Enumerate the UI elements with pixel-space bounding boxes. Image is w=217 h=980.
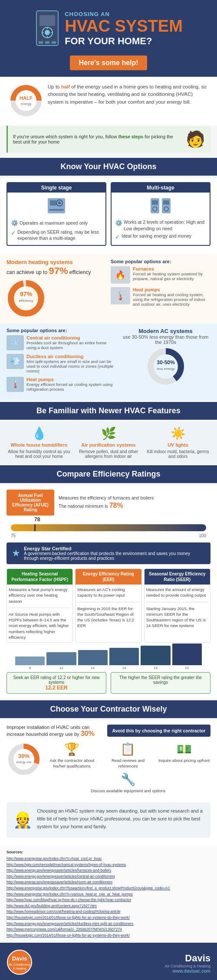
contractor-step-1: 🏆 Ask the contractor about his/her quali…	[46, 742, 98, 769]
multi-stage-title: Multi-stage	[112, 183, 210, 193]
seer-detail: Starting January 2015, the minimum SEER …	[146, 606, 208, 629]
svg-text:energy: energy	[21, 102, 31, 106]
uv-lights-feature: ☀️ UV lights Kill indoor mold, bacteria,…	[145, 426, 210, 459]
seer-cell: Seasonal Energy Efficiency Ratio (SEER) …	[144, 568, 210, 643]
heat-pumps-ac-icon: 🌡️	[7, 377, 24, 392]
source-link[interactable]: http://www.dol.gov/building.arnl/content…	[7, 903, 210, 909]
contractor-header: Choose Your Contractor Wisely	[0, 700, 217, 718]
scale-min: 75	[11, 533, 16, 538]
contractor-step-3: 💵 Inquire about pricing upfront	[158, 742, 210, 769]
source-link[interactable]: http://www.energy.gov/energysaver/articl…	[7, 874, 210, 880]
svg-text:efficiency: efficiency	[19, 299, 33, 303]
step-4-label: Discuss available equipment and options	[46, 788, 210, 794]
single-stage-unit-icon	[46, 196, 67, 216]
hvac-unit-icon	[34, 9, 60, 48]
source-link[interactable]: http://www.energy.gov/energysaver/articl…	[7, 879, 210, 885]
source-link[interactable]: http://www.energystar.gov/index.cfm?fuse…	[7, 885, 210, 892]
contractor-steps: 🏆 Ask the contractor about his/her quali…	[46, 742, 210, 794]
hvac-options-header: Know Your HVAC Options	[0, 158, 217, 176]
afue-progress-bar: 78 75 100	[7, 524, 210, 538]
source-link[interactable]: http://www.hgtv.com/remodel/mechanical-s…	[7, 862, 210, 868]
footer: Davis Air Conditioning & Heating Davis A…	[0, 943, 217, 980]
scale-max: 100	[199, 533, 206, 538]
step-3-label: Inquire about pricing upfront	[158, 758, 210, 763]
svg-text:97%: 97%	[20, 291, 33, 297]
sources-section: Sources: http://www.energystar.gov/index…	[0, 846, 217, 943]
sources-list: http://www.energystar.gov/index.cfm?c=he…	[7, 856, 210, 938]
heat-pumps-ac-option: 🌡️ Heat pumps Energy efficient forced ai…	[7, 377, 116, 392]
hspf-header: Heating Seasonal Performance Factor (HSP…	[7, 569, 72, 585]
source-link[interactable]: http://www.homeadvisor.com/cost/heating-…	[7, 909, 210, 915]
header-subtitle: CHOOSING AN	[65, 11, 183, 17]
svg-rect-10	[52, 41, 56, 44]
features-row: 💧 Whole house humidifiers Allow for humi…	[7, 426, 210, 459]
header-main-title: HVAC SYSTEM	[65, 17, 183, 36]
air-purification-feature: 🌿 Air purification systems Remove pollen…	[76, 426, 141, 459]
svg-text:& Heating: & Heating	[13, 967, 26, 970]
single-stage-title: Single stage	[7, 183, 105, 193]
options-row: Single stage ⚙️ Operates at maximum spee…	[7, 182, 210, 246]
heat-pumps-ac-desc: Energy efficient forced air cooling syst…	[26, 382, 116, 392]
features-header: Be Familiar with Newer HVAC Features	[0, 402, 217, 420]
avoid-text: Avoid this by choosing the right contrac…	[111, 728, 207, 733]
bar-18: 18	[141, 646, 170, 670]
heating-popular-title: Some popular options are:	[111, 259, 210, 264]
bar-12: 12	[46, 652, 76, 670]
ratings-grid: Heating Seasonal Performance Factor (HSP…	[7, 568, 210, 643]
furnace-icon: 🔥	[111, 266, 130, 284]
ductless-ac-title: Ductless air conditioning	[26, 354, 116, 359]
footer-tagline: Air Conditioning & Heating	[164, 964, 210, 968]
worker-icon: 👷	[13, 807, 33, 833]
equipment-icon: 🔧	[46, 772, 210, 787]
heat-pumps-option: 🌡️ Heat pumps Forced air heating and coo…	[111, 287, 210, 307]
source-link[interactable]: http://houselogic.com/2014/01/those-uv-l…	[7, 915, 210, 921]
efficiency-ratings-header: Compare Efficiency Ratings	[0, 465, 217, 483]
hspf-desc: Measures a heat pump's energy efficiency…	[9, 587, 71, 604]
multi-stage-point1: Works at 2 levels of operation: High and…	[124, 219, 206, 232]
svg-text:less energy: less energy	[157, 367, 174, 371]
svg-text:Davis: Davis	[12, 955, 27, 962]
ductless-ac-desc: Mini split-systems are small in size and…	[26, 359, 116, 373]
afue-badge: Annual Fuel Utilization Efficiency (AFUE…	[7, 490, 54, 516]
source-link[interactable]: http://www.energystar.gov/index.cfm?c=va…	[7, 892, 210, 898]
heating-right: Some popular options are: 🔥 Furnaces For…	[111, 259, 210, 310]
donut-chart: HALF energy	[9, 83, 43, 119]
pricing-icon: 💵	[158, 742, 210, 756]
source-link[interactable]: http://www.mercurynews.com/california/ci…	[7, 927, 210, 933]
multi-stage-point2: Ideal for saving energy and money	[122, 233, 191, 239]
source-link[interactable]: http://www.hvac.com/blog/hvac-iq-how-do-…	[7, 897, 210, 903]
heating-subtitle: can achieve up to	[7, 269, 47, 275]
energy-star-icon: ★	[12, 548, 20, 559]
svg-text:HALF: HALF	[20, 95, 33, 101]
source-link[interactable]: http://houselogic.com/2014/01/those-uv-l…	[7, 933, 210, 939]
source-link[interactable]: http://www.energy.gov/energysaver/articl…	[7, 868, 210, 874]
bar-14: 14	[78, 650, 108, 670]
contractor-step-2: 📋 Read reviews and references	[102, 742, 154, 769]
seek-eer-text: Seek an EER rating of 12.2 or higher for…	[13, 675, 99, 685]
bar-16: 16	[109, 648, 139, 670]
avoid-box: Avoid this by choosing the right contrac…	[107, 725, 210, 737]
svg-text:30-50%: 30-50%	[157, 359, 175, 366]
step-1-label: Ask the contractor about his/her qualifi…	[46, 758, 98, 769]
contractor-donut: 30% energy use	[7, 742, 41, 798]
contractor-energy-donut: 30% energy use	[7, 742, 41, 777]
heating-left: Modern heating systems can achieve up to…	[7, 259, 106, 319]
national-min-label: The national minimum is	[59, 503, 108, 509]
svg-rect-9	[45, 41, 49, 44]
efficiency-label: efficiency	[69, 269, 91, 275]
source-link[interactable]: http://www.energystar.gov/index.cfm?c=he…	[7, 856, 210, 862]
heat-pumps-title: Heat pumps	[133, 287, 210, 292]
ac-popular-title: Some popular options are:	[7, 328, 116, 333]
steps-hint: If you're unsure which system is right f…	[7, 126, 210, 153]
source-link[interactable]: http://www.energy.gov/energysaver/articl…	[7, 921, 210, 927]
step-2-label: Read reviews and references	[102, 758, 154, 769]
air-purification-desc: Remove pollen, dust and other allergens …	[76, 449, 141, 459]
svg-rect-8	[39, 41, 43, 44]
uv-lights-desc: Kill indoor mold, bacteria, germs and od…	[145, 449, 210, 459]
closing-text: Choosing an HVAC system may seem dauntin…	[37, 807, 204, 830]
footer-url: www.davisac.com	[164, 968, 210, 973]
heat-pumps-ac-title: Heat pumps	[26, 377, 116, 382]
central-ac-icon: ❄️	[7, 335, 24, 350]
svg-text:30%: 30%	[18, 753, 30, 759]
afue-marker-value: 78	[34, 516, 40, 523]
